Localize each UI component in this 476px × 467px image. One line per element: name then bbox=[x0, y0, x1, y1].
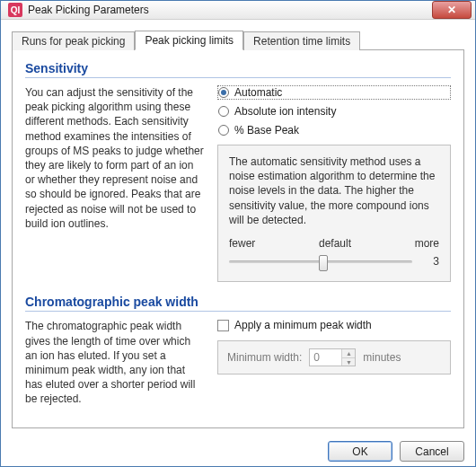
spinner-down-icon[interactable]: ▼ bbox=[342, 358, 355, 366]
sensitivity-heading: Sensitivity bbox=[25, 61, 451, 75]
sensitivity-info-box: The automatic sensitivity method uses a … bbox=[217, 145, 451, 282]
app-icon: QI bbox=[8, 3, 22, 17]
minimum-width-value: 0 bbox=[313, 351, 320, 364]
sensitivity-slider[interactable]: 3 bbox=[229, 254, 439, 269]
slider-label-more: more bbox=[415, 236, 439, 251]
chrom-description: The chromatographic peak width gives the… bbox=[25, 319, 205, 406]
spinner-up-icon[interactable]: ▲ bbox=[342, 349, 355, 358]
ok-button[interactable]: OK bbox=[328, 441, 392, 462]
slider-labels: fewer default more bbox=[229, 236, 439, 251]
tab-retention-time-limits[interactable]: Retention time limits bbox=[243, 31, 360, 50]
window-title: Peak Picking Parameters bbox=[28, 4, 432, 16]
radio-label: % Base Peak bbox=[234, 124, 299, 137]
chrom-heading: Chromatographic peak width bbox=[25, 295, 451, 309]
tab-runs-for-peak-picking[interactable]: Runs for peak picking bbox=[12, 31, 135, 50]
dialog-window: QI Peak Picking Parameters ✕ Runs for pe… bbox=[0, 0, 476, 467]
sensitivity-info-text: The automatic sensitivity method uses a … bbox=[229, 154, 439, 227]
slider-value: 3 bbox=[421, 254, 439, 269]
slider-track bbox=[229, 260, 412, 263]
sensitivity-description: You can adjust the sensitivity of the pe… bbox=[25, 85, 205, 282]
cancel-button[interactable]: Cancel bbox=[400, 441, 464, 462]
titlebar: QI Peak Picking Parameters ✕ bbox=[1, 1, 475, 20]
sensitivity-controls: Automatic Absolute ion intensity % Base … bbox=[217, 85, 451, 282]
minimum-width-input[interactable]: 0 ▲ ▼ bbox=[309, 348, 356, 366]
radio-icon bbox=[218, 125, 229, 136]
close-button[interactable]: ✕ bbox=[432, 1, 472, 19]
divider bbox=[25, 77, 451, 78]
minimum-width-row: Minimum width: 0 ▲ ▼ minutes bbox=[217, 340, 451, 374]
chrom-section: The chromatographic peak width gives the… bbox=[25, 319, 451, 406]
radio-icon bbox=[218, 106, 229, 117]
close-icon: ✕ bbox=[447, 4, 456, 16]
minimum-width-label: Minimum width: bbox=[227, 351, 302, 364]
tab-panel: Sensitivity You can adjust the sensitivi… bbox=[12, 49, 464, 428]
radio-absolute-ion-intensity[interactable]: Absolute ion intensity bbox=[217, 104, 451, 119]
radio-label: Automatic bbox=[234, 86, 282, 99]
sensitivity-section: You can adjust the sensitivity of the pe… bbox=[25, 85, 451, 282]
radio-percent-base-peak[interactable]: % Base Peak bbox=[217, 123, 451, 137]
slider-label-default: default bbox=[319, 236, 351, 251]
content-area: Runs for peak picking Peak picking limit… bbox=[1, 20, 475, 434]
minimum-width-unit: minutes bbox=[363, 351, 401, 364]
spinner[interactable]: ▲ ▼ bbox=[341, 349, 355, 366]
divider bbox=[25, 311, 451, 312]
dialog-footer: OK Cancel bbox=[1, 434, 475, 467]
slider-label-fewer: fewer bbox=[229, 236, 255, 251]
checkbox-label: Apply a minimum peak width bbox=[234, 319, 372, 331]
slider-thumb[interactable] bbox=[319, 255, 328, 271]
radio-icon bbox=[218, 87, 229, 98]
radio-automatic[interactable]: Automatic bbox=[217, 85, 451, 100]
checkbox-icon bbox=[217, 320, 229, 331]
radio-label: Absolute ion intensity bbox=[234, 105, 336, 118]
tab-peak-picking-limits[interactable]: Peak picking limits bbox=[135, 31, 243, 50]
tabstrip: Runs for peak picking Peak picking limit… bbox=[12, 29, 464, 49]
apply-min-width-checkbox[interactable]: Apply a minimum peak width bbox=[217, 319, 451, 331]
chrom-controls: Apply a minimum peak width Minimum width… bbox=[217, 319, 451, 406]
